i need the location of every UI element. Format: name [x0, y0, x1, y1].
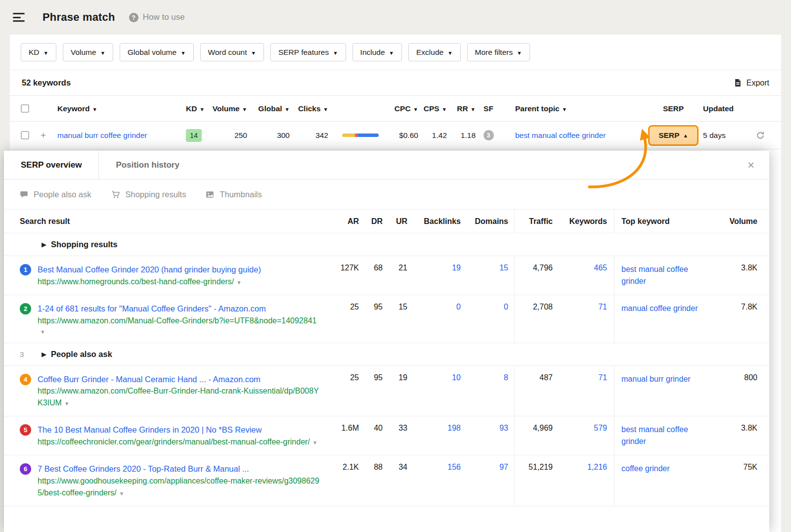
column-header-clicks[interactable]: Clicks▼ [290, 104, 328, 113]
keywords-link[interactable]: 1,216 [553, 455, 607, 506]
domains-link[interactable]: 15 [461, 256, 508, 295]
result-url-link[interactable]: https://coffeechronicler.com/gear/grinde… [38, 438, 310, 446]
tab-position-history[interactable]: Position history [99, 151, 196, 179]
add-keyword-icon[interactable]: + [41, 130, 57, 141]
column-header-domains: Domains [461, 210, 508, 233]
column-header-parent-topic[interactable]: Parent topic▼ [515, 104, 639, 113]
backlinks-link[interactable]: 19 [407, 256, 461, 295]
group-row-people-also-ask[interactable]: 3 ▶ People also ask [4, 343, 769, 366]
result-url-link[interactable]: https://www.homegrounds.co/best-hand-cof… [38, 277, 234, 286]
domains-link[interactable]: 97 [461, 455, 508, 506]
backlinks-link[interactable]: 156 [407, 455, 461, 506]
backlinks-link[interactable]: 10 [407, 366, 461, 416]
keywords-link[interactable]: 71 [553, 366, 607, 416]
global-volume-value: 300 [247, 131, 290, 140]
url-dropdown-icon[interactable]: ▼ [312, 440, 317, 445]
filter-include-button[interactable]: Include▼ [352, 43, 402, 61]
column-header-volume[interactable]: Volume▼ [209, 104, 247, 113]
column-header-ur: UR [383, 210, 407, 233]
dr-value: 95 [359, 366, 383, 416]
backlinks-link[interactable]: 198 [407, 416, 461, 455]
column-header-cpc[interactable]: CPC▼ [384, 104, 418, 113]
top-keyword-link[interactable]: manual burr grinder [621, 375, 691, 383]
keyword-row: + manual burr coffee grinder 14 250 300 … [10, 122, 781, 149]
top-keyword-link[interactable]: manual coffee grinder [621, 304, 698, 312]
column-header-global[interactable]: Global▼ [247, 104, 290, 113]
dr-value: 40 [359, 416, 383, 455]
column-header-updated: Updated [703, 104, 750, 113]
close-panel-button[interactable]: × [733, 151, 769, 179]
traffic-value: 2,708 [514, 295, 553, 343]
column-header-cps[interactable]: CPS▼ [418, 104, 447, 113]
url-dropdown-icon[interactable]: ▼ [236, 279, 241, 285]
result-title-link[interactable]: Coffee Burr Grinder - Manual Ceramic Han… [38, 375, 261, 384]
toggle-thumbnails[interactable]: Thumbnails [206, 190, 262, 199]
keyword-link[interactable]: manual burr coffee grinder [57, 131, 147, 139]
result-title-link[interactable]: 1-24 of 681 results for "Manual Coffee G… [38, 304, 266, 313]
how-to-use-label: How to use [143, 12, 185, 22]
position-badge: 1 [20, 264, 31, 275]
domains-link[interactable]: 93 [461, 416, 508, 455]
expand-triangle-icon: ▶ [42, 241, 46, 248]
group-row-shopping-results[interactable]: ▶ Shopping results [4, 233, 769, 256]
filter-kd-button[interactable]: KD▼ [21, 43, 56, 61]
position-badge: 2 [20, 303, 31, 314]
toggle-shopping-results[interactable]: Shopping results [111, 190, 186, 199]
serp-expand-button[interactable]: SERP ▲ [648, 125, 699, 146]
column-header-rr[interactable]: RR▼ [447, 104, 476, 113]
serp-result-row: 4 Coffee Burr Grinder - Manual Ceramic H… [4, 366, 769, 417]
cpc-value: $0.60 [384, 131, 418, 140]
filter-global-volume-button[interactable]: Global volume▼ [120, 43, 193, 61]
sort-caret-icon: ▼ [92, 106, 97, 112]
ar-value: 1.6M [331, 416, 359, 455]
filter-exclude-button[interactable]: Exclude▼ [408, 43, 461, 61]
url-dropdown-icon[interactable]: ▼ [119, 490, 124, 496]
row-checkbox[interactable] [21, 131, 29, 139]
top-keyword-link[interactable]: coffee grinder [621, 464, 670, 473]
filter-serp-features-button[interactable]: SERP features▼ [270, 43, 346, 61]
filter-word-count-button[interactable]: Word count▼ [200, 43, 264, 61]
top-keyword-link[interactable]: best manual coffee grinder [621, 425, 688, 445]
domains-link[interactable]: 8 [461, 366, 508, 416]
serp-result-row: 6 7 Best Coffee Grinders 2020 - Top-Rate… [4, 455, 769, 506]
keywords-link[interactable]: 465 [553, 256, 607, 295]
dr-value: 88 [359, 455, 383, 506]
shopping-cart-icon [111, 190, 120, 199]
tab-serp-overview[interactable]: SERP overview [4, 151, 99, 179]
url-dropdown-icon[interactable]: ▼ [64, 400, 69, 406]
export-button[interactable]: Export [734, 79, 769, 88]
ar-value: 25 [331, 366, 359, 416]
toggle-people-also-ask[interactable]: People also ask [20, 190, 91, 199]
result-title-link[interactable]: The 10 Best Manual Coffee Grinders in 20… [38, 425, 262, 434]
url-dropdown-icon[interactable]: ▼ [40, 329, 45, 335]
refresh-serp-button[interactable] [750, 131, 770, 140]
result-url-link[interactable]: https://www.goodhousekeeping.com/applian… [38, 477, 319, 497]
filter-volume-button[interactable]: Volume▼ [63, 43, 113, 61]
result-title-link[interactable]: 7 Best Coffee Grinders 2020 - Top-Rated … [38, 464, 249, 473]
column-header-kd[interactable]: KD▼ [186, 104, 209, 113]
top-keyword-link[interactable]: best manual coffee grinder [621, 265, 688, 285]
chevron-down-icon: ▼ [389, 50, 394, 56]
filter-more-filters-button[interactable]: More filters▼ [467, 43, 530, 61]
parent-topic-link[interactable]: best manual coffee grinder [515, 131, 606, 139]
column-header-traffic: Traffic [514, 210, 553, 233]
chevron-up-icon: ▲ [683, 133, 688, 138]
sort-caret-icon: ▼ [285, 106, 290, 112]
serp-result-row: 2 1-24 of 681 results for "Manual Coffee… [4, 295, 769, 343]
filter-bar: KD▼ Volume▼ Global volume▼ Word count▼ S… [10, 35, 781, 70]
keywords-link[interactable]: 71 [553, 295, 607, 343]
select-all-checkbox[interactable] [21, 104, 29, 113]
domains-link[interactable]: 0 [461, 295, 508, 343]
result-title-link[interactable]: Best Manual Coffee Grinder 2020 (hand gr… [38, 265, 261, 274]
menu-toggle-icon[interactable] [13, 13, 25, 22]
result-url-link[interactable]: https://www.amazon.com/Coffee-Burr-Grind… [38, 387, 319, 407]
result-url-link[interactable]: https://www.amazon.com/Manual-Coffee-Gri… [38, 316, 316, 325]
ar-value: 127K [331, 256, 359, 295]
dr-value: 95 [359, 295, 383, 343]
how-to-use-link[interactable]: ? How to use [129, 12, 185, 22]
backlinks-link[interactable]: 0 [407, 295, 461, 343]
column-header-keyword[interactable]: Keyword▼ [57, 104, 186, 113]
keywords-link[interactable]: 579 [553, 416, 607, 455]
sort-caret-icon: ▼ [413, 106, 418, 112]
ur-value: 15 [383, 295, 407, 343]
